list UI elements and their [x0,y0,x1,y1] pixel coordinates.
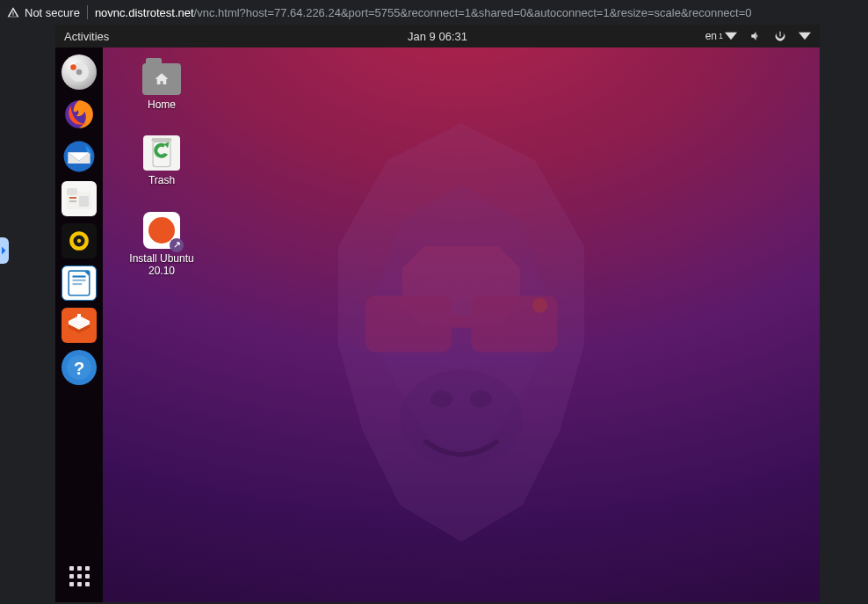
rhythmbox-icon[interactable] [61,223,97,258]
desktop-icon-install-ubuntu[interactable]: Install Ubuntu 20.10 [119,212,205,278]
desktop-icon-label: Home [148,98,176,111]
not-secure-indicator[interactable]: Not secure [7,6,80,19]
ubiquity-disc-icon[interactable] [61,55,97,90]
svg-rect-26 [77,314,81,321]
warning-icon [7,6,19,18]
svg-point-21 [77,239,81,243]
url-path: /vnc.html?host=77.64.226.24&port=5755&re… [194,6,752,19]
svg-point-10 [76,69,83,76]
libreoffice-writer-icon[interactable] [61,266,97,301]
svg-rect-2 [452,315,471,327]
novnc-control-tab[interactable] [0,237,9,264]
power-icon [774,30,786,42]
desktop-icon-label: Trash [148,174,175,186]
show-applications-icon[interactable] [61,558,97,593]
wallpaper-gorilla-art [277,111,646,557]
not-secure-label: Not secure [25,6,80,19]
ubuntu-software-icon[interactable] [61,308,97,343]
folder-home-icon [142,63,181,95]
volume-icon [749,30,762,42]
activities-button[interactable]: Activities [64,30,109,43]
files-icon[interactable] [61,181,97,216]
desktop-wallpaper[interactable]: Home Trash Install Ubuntu 20.10 [103,47,820,602]
svg-rect-23 [73,275,86,277]
chevron-down-icon [799,30,811,42]
desktop-icon-trash[interactable]: Trash [119,135,205,186]
svg-point-11 [70,64,76,70]
desktop-icon-home[interactable]: Home [119,63,205,111]
desktop-icons: Home Trash Install Ubuntu 20.10 [119,63,205,278]
svg-rect-18 [79,196,89,207]
svg-rect-25 [73,283,83,285]
ubiquity-installer-icon [143,212,180,249]
svg-point-6 [470,389,492,407]
chevron-right-icon [2,246,7,255]
svg-rect-15 [67,188,77,195]
vnc-session-frame: Activities Jan 9 06:31 en1 [55,25,820,602]
svg-point-3 [532,297,547,312]
svg-text:?: ? [74,359,84,378]
system-status-area[interactable]: en1 [705,30,811,42]
url-display[interactable]: novnc.distrotest.net/vnc.html?host=77.64… [95,6,752,19]
trash-icon [143,135,180,171]
desktop-icon-label: Install Ubuntu 20.10 [119,252,205,278]
thunderbird-icon[interactable] [61,139,97,174]
browser-address-bar: Not secure novnc.distrotest.net/vnc.html… [0,0,868,25]
chevron-down-icon [725,30,737,42]
svg-point-5 [430,389,452,407]
clock[interactable]: Jan 9 06:31 [408,30,467,43]
gnome-topbar: Activities Jan 9 06:31 en1 [55,25,820,47]
help-icon[interactable]: ? [61,350,97,385]
svg-rect-16 [69,197,76,199]
svg-rect-24 [73,280,86,281]
address-separator [87,5,88,19]
shortcut-arrow-icon [170,238,184,252]
svg-rect-17 [69,200,76,202]
input-source-indicator[interactable]: en1 [705,30,737,42]
url-host: novnc.distrotest.net [95,6,194,19]
ubuntu-dock: ? [55,47,103,602]
firefox-icon[interactable] [61,97,97,132]
svg-rect-0 [365,295,452,352]
